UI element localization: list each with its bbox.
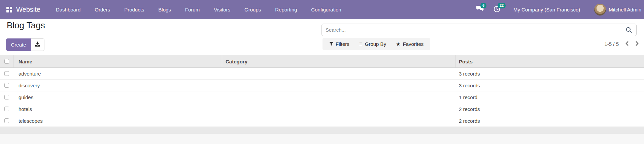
table-end-band [0,127,644,134]
action-buttons: Create [6,38,44,51]
main-menu: Dashboard Orders Products Blogs Forum Vi… [49,0,348,19]
menu-item-forum[interactable]: Forum [178,7,207,12]
menu-item-groups[interactable]: Groups [237,7,268,12]
cell-posts: 1 record [455,94,644,100]
search-options-bar: Filters ≡ Group By ★ Favorites [323,38,430,50]
row-checkbox[interactable] [4,71,9,76]
menu-item-reporting[interactable]: Reporting [268,7,304,12]
search-bar [321,24,637,36]
cell-name: hotels [13,103,222,115]
menu-item-products[interactable]: Products [117,7,151,12]
row-check-cell [0,91,13,103]
cell-posts: 2 records [455,106,644,112]
cell-posts: 3 records [455,71,644,77]
chevron-left-icon [625,41,629,47]
row-check-cell [0,68,13,79]
pager-previous-button[interactable] [625,41,629,47]
avatar [594,4,606,16]
table-row-adventure[interactable]: adventure 3 records [0,68,644,80]
cell-name: discovery [13,80,222,91]
navbar-right: 6 22 My Company (San Francisco) Mitchell… [476,4,644,16]
filter-funnel-icon [329,41,333,47]
table-row-discovery[interactable]: discovery 3 records [0,80,644,91]
menu-item-visitors[interactable]: Visitors [207,7,237,12]
menu-item-blogs[interactable]: Blogs [151,7,178,12]
top-navbar: Website Dashboard Orders Products Blogs … [0,0,644,19]
user-menu[interactable]: Mitchell Admin [594,4,641,16]
row-check-cell [0,103,13,115]
star-icon: ★ [396,41,400,47]
group-by-button[interactable]: ≡ Group By [359,41,386,47]
activities-badge: 22 [498,3,506,8]
messages-badge: 6 [480,3,486,8]
pager-next-button[interactable] [635,41,639,47]
pager: 1-5 / 5 [604,38,639,50]
export-button[interactable] [31,38,44,51]
cell-name: adventure [13,68,222,79]
list-table: Name Category Posts adventure 3 records … [0,55,644,144]
bars-icon: ≡ [359,41,363,47]
cell-category [222,80,455,91]
text-cursor [325,27,325,33]
column-header-category[interactable]: Category [222,55,455,67]
user-name: Mitchell Admin [609,7,641,12]
cell-name: telescopes [13,115,222,126]
column-header-posts[interactable]: Posts [455,59,644,64]
favorites-label: Favorites [403,41,424,47]
row-checkbox[interactable] [4,107,9,111]
chevron-right-icon [635,41,639,47]
group-by-label: Group By [365,41,386,47]
row-check-cell [0,80,13,91]
app-window: Website Dashboard Orders Products Blogs … [0,0,644,144]
cell-category [222,103,455,115]
pager-range: 1-5 / 5 [604,41,619,47]
cell-posts: 3 records [455,83,644,88]
company-switcher[interactable]: My Company (San Francisco) [513,7,580,12]
menu-item-dashboard[interactable]: Dashboard [49,7,88,12]
row-checkbox[interactable] [4,118,9,123]
favorites-button[interactable]: ★ Favorites [396,41,423,47]
table-row-hotels[interactable]: hotels 2 records [0,103,644,115]
menu-item-orders[interactable]: Orders [88,7,117,12]
table-row-guides[interactable]: guides 1 record [0,91,644,103]
cell-posts: 2 records [455,118,644,124]
column-header-name[interactable]: Name [13,55,222,67]
cell-category [222,91,455,103]
messages-button[interactable]: 6 [476,5,484,14]
filters-button[interactable]: Filters [329,41,349,47]
cell-category [222,68,455,79]
table-row-telescopes[interactable]: telescopes 2 records [0,115,644,127]
activities-button[interactable]: 22 [493,5,501,14]
select-all-cell [0,55,13,67]
page-title: Blog Tags [7,20,45,31]
download-icon [35,41,40,48]
apps-menu-icon[interactable] [6,7,12,12]
cell-name: guides [13,91,222,103]
select-all-checkbox[interactable] [4,59,9,64]
row-check-cell [0,115,13,126]
search-icon [626,27,632,34]
filters-label: Filters [336,41,349,47]
table-header-row: Name Category Posts [0,55,644,68]
menu-item-configuration[interactable]: Configuration [304,7,348,12]
search-input[interactable] [322,24,636,36]
row-checkbox[interactable] [4,95,9,99]
empty-area [0,134,644,144]
cell-category [222,115,455,126]
grid-icon [6,7,12,12]
row-checkbox[interactable] [4,83,9,88]
app-brand[interactable]: Website [16,6,40,13]
create-button[interactable]: Create [6,38,31,51]
